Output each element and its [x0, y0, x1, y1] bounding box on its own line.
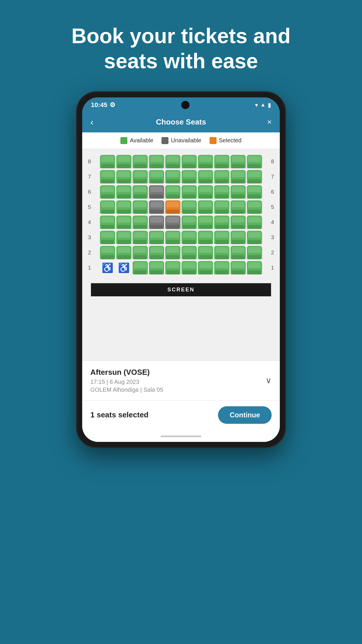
seat[interactable] — [247, 231, 262, 244]
row-label-right: 5 — [268, 204, 277, 210]
seat[interactable] — [182, 216, 197, 229]
seat[interactable] — [133, 170, 148, 183]
seats-group: ♿♿ — [95, 261, 267, 274]
seat[interactable] — [133, 261, 148, 274]
seat[interactable] — [198, 155, 213, 168]
seat[interactable] — [247, 261, 262, 274]
seat[interactable] — [198, 261, 213, 274]
seating-area: 887766554433221♿♿1 — [82, 149, 280, 280]
seat[interactable] — [231, 200, 246, 214]
seat[interactable] — [100, 246, 115, 259]
seat[interactable] — [116, 155, 131, 168]
seat[interactable] — [149, 231, 164, 244]
seat[interactable] — [116, 170, 131, 183]
seat-legend: Available Unavailable Selected — [82, 132, 280, 149]
seat[interactable] — [165, 261, 180, 274]
seat[interactable] — [149, 155, 164, 168]
seat[interactable] — [133, 185, 148, 199]
seat[interactable] — [149, 261, 164, 274]
seat[interactable] — [182, 155, 197, 168]
seat[interactable] — [231, 231, 246, 244]
seat[interactable] — [149, 246, 164, 259]
seats-count: 1 — [90, 410, 94, 419]
seat[interactable] — [116, 216, 131, 229]
seat[interactable] — [198, 231, 213, 244]
seat[interactable] — [231, 155, 246, 168]
status-bar: 10:45 ⚙ ▾ ▲ ▮ — [82, 97, 280, 112]
seat[interactable] — [247, 155, 262, 168]
seat[interactable] — [182, 185, 197, 199]
seat[interactable] — [133, 246, 148, 259]
seat[interactable] — [214, 155, 229, 168]
seat[interactable] — [100, 200, 115, 214]
seat[interactable] — [214, 261, 229, 274]
seat[interactable] — [198, 246, 213, 259]
seat[interactable] — [247, 216, 262, 229]
row-label-right: 1 — [268, 265, 277, 271]
seat[interactable] — [182, 231, 197, 244]
back-button[interactable]: ‹ — [90, 117, 102, 127]
movie-info[interactable]: Aftersun (VOSE) 17:15 | 6 Aug 2023 GOLEM… — [82, 360, 280, 400]
seat[interactable] — [100, 185, 115, 199]
seat[interactable] — [214, 170, 229, 183]
seat[interactable] — [247, 185, 262, 199]
seat[interactable] — [214, 246, 229, 259]
camera-notch — [181, 101, 189, 109]
seat[interactable] — [247, 246, 262, 259]
seat[interactable] — [247, 200, 262, 214]
seat[interactable] — [214, 216, 229, 229]
seat[interactable] — [231, 261, 246, 274]
seat[interactable] — [198, 185, 213, 199]
seat[interactable] — [214, 231, 229, 244]
movie-title: Aftersun (VOSE) — [90, 368, 266, 377]
home-bar — [161, 435, 201, 437]
continue-button[interactable]: Continue — [218, 406, 272, 424]
seat[interactable] — [247, 170, 262, 183]
seat[interactable] — [214, 185, 229, 199]
seat[interactable] — [100, 170, 115, 183]
seat[interactable] — [116, 185, 131, 199]
legend-available: Available — [120, 137, 153, 144]
seat[interactable] — [198, 200, 213, 214]
seat[interactable] — [165, 155, 180, 168]
seat[interactable] — [231, 170, 246, 183]
seat[interactable] — [165, 185, 180, 199]
seat[interactable] — [100, 155, 115, 168]
seat[interactable] — [182, 261, 197, 274]
seat[interactable] — [133, 155, 148, 168]
seat[interactable] — [133, 216, 148, 229]
seat[interactable] — [116, 200, 131, 214]
seat[interactable] — [182, 246, 197, 259]
seat[interactable] — [182, 170, 197, 183]
bottom-bar: 1 seats selected Continue — [82, 400, 280, 433]
row-label-right: 4 — [268, 219, 277, 225]
seat[interactable] — [133, 231, 148, 244]
row-label-left: 5 — [85, 204, 94, 210]
seat[interactable] — [165, 246, 180, 259]
seat[interactable] — [231, 185, 246, 199]
close-button[interactable]: × — [260, 118, 272, 127]
seat[interactable] — [198, 170, 213, 183]
seat[interactable] — [149, 170, 164, 183]
seat — [149, 216, 164, 229]
seat[interactable] — [165, 231, 180, 244]
seat[interactable] — [214, 200, 229, 214]
seat[interactable] — [182, 200, 197, 214]
seat[interactable] — [100, 216, 115, 229]
status-time: 10:45 — [91, 101, 107, 109]
seat[interactable] — [165, 200, 180, 214]
phone-screen: 10:45 ⚙ ▾ ▲ ▮ ‹ Choose Seats × Available — [82, 97, 280, 442]
seats-group — [95, 246, 267, 259]
seat[interactable] — [116, 231, 131, 244]
seat[interactable] — [133, 200, 148, 214]
seats-group — [95, 231, 267, 244]
seats-selected-text: 1 seats selected — [90, 410, 149, 419]
seat[interactable] — [231, 246, 246, 259]
seat[interactable] — [198, 216, 213, 229]
seat[interactable] — [165, 170, 180, 183]
movie-time: 17:15 | 6 Aug 2023 — [90, 379, 266, 385]
seat — [149, 185, 164, 199]
seat[interactable] — [116, 246, 131, 259]
seat[interactable] — [100, 231, 115, 244]
seat[interactable] — [231, 216, 246, 229]
